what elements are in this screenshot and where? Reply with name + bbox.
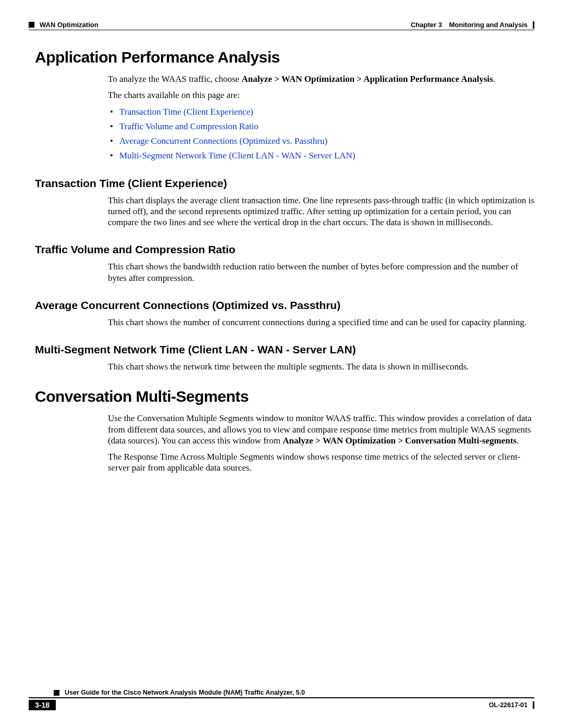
- page-number: 3-18: [29, 700, 56, 710]
- charts-intro: The charts available on this page are:: [108, 90, 534, 101]
- heading-avg-concurrent: Average Concurrent Connections (Optimize…: [35, 299, 534, 312]
- footer-doc-id: OL-22617-01: [489, 701, 528, 709]
- multi-segment-body: This chart shows the network time betwee…: [108, 361, 534, 372]
- header-chapter-number: Chapter 3: [411, 21, 442, 29]
- link-transaction-time[interactable]: Transaction Time (Client Experience): [119, 107, 253, 117]
- footer-guide-title: User Guide for the Cisco Network Analysi…: [65, 689, 305, 696]
- intro-text-c: .: [493, 74, 495, 84]
- list-item: Traffic Volume and Compression Ratio: [119, 121, 534, 132]
- conversation-p2: The Response Time Across Multiple Segmen…: [108, 451, 534, 474]
- header-section-label: WAN Optimization: [40, 21, 99, 29]
- heading-multi-segment: Multi-Segment Network Time (Client LAN -…: [35, 343, 534, 356]
- conversation-p1: Use the Conversation Multiple Segments w…: [108, 413, 534, 446]
- header-square-icon: [29, 22, 34, 28]
- footer-square-icon: [54, 690, 59, 696]
- intro-menu-path: Analyze > WAN Optimization > Application…: [241, 74, 493, 84]
- avg-concurrent-body: This chart shows the number of concurren…: [108, 317, 534, 328]
- link-avg-concurrent[interactable]: Average Concurrent Connections (Optimize…: [119, 136, 327, 146]
- list-item: Average Concurrent Connections (Optimize…: [119, 135, 534, 146]
- header-chapter-title: Monitoring and Analysis: [449, 21, 528, 29]
- link-traffic-volume[interactable]: Traffic Volume and Compression Ratio: [119, 121, 259, 131]
- heading-conversation-multi-segments: Conversation Multi-Segments: [35, 388, 534, 405]
- header-bar-icon: [533, 21, 534, 29]
- charts-bullet-list: Transaction Time (Client Experience) Tra…: [108, 106, 534, 162]
- heading-transaction-time: Transaction Time (Client Experience): [35, 177, 534, 190]
- conversation-p1c: .: [517, 436, 519, 446]
- intro-paragraph: To analyze the WAAS traffic, choose Anal…: [108, 73, 534, 84]
- heading-application-performance-analysis: Application Performance Analysis: [35, 48, 534, 66]
- transaction-time-body: This chart displays the average client t…: [108, 195, 534, 228]
- conversation-menu-path: Analyze > WAN Optimization > Conversatio…: [283, 436, 517, 446]
- footer-bar-icon: [533, 701, 534, 709]
- list-item: Multi-Segment Network Time (Client LAN -…: [119, 150, 534, 161]
- intro-text-a: To analyze the WAAS traffic, choose: [108, 74, 241, 84]
- page-header: WAN Optimization Chapter 3 Monitoring an…: [29, 21, 534, 29]
- list-item: Transaction Time (Client Experience): [119, 106, 534, 117]
- link-multi-segment[interactable]: Multi-Segment Network Time (Client LAN -…: [119, 151, 356, 161]
- page-footer: User Guide for the Cisco Network Analysi…: [29, 689, 534, 710]
- header-chapter: Chapter 3 Monitoring and Analysis: [411, 21, 528, 29]
- footer-rule: [29, 697, 534, 698]
- heading-traffic-volume: Traffic Volume and Compression Ratio: [35, 243, 534, 256]
- traffic-volume-body: This chart shows the bandwidth reduction…: [108, 261, 534, 283]
- header-rule: [29, 30, 534, 30]
